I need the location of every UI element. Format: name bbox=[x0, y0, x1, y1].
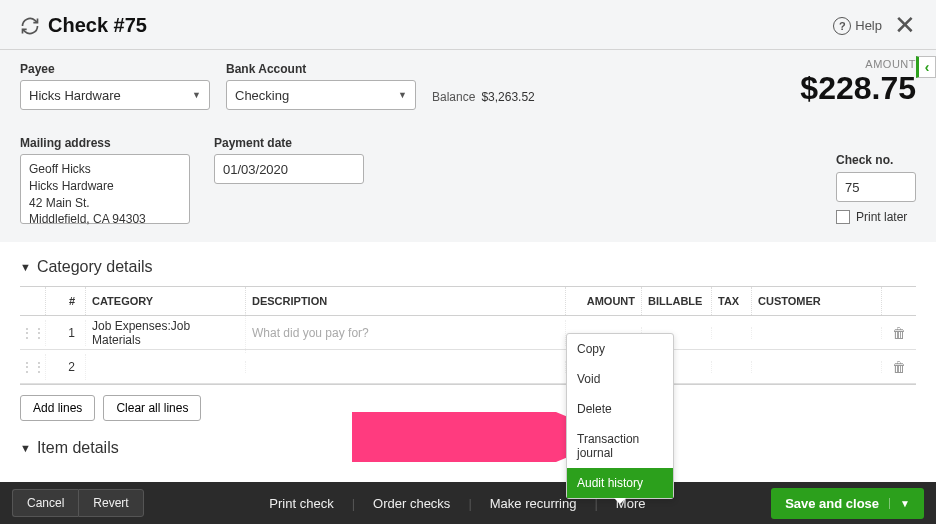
form-area: ‹ AMOUNT $228.75 Payee Hicks Hardware ▼ … bbox=[0, 50, 936, 242]
revert-button[interactable]: Revert bbox=[78, 489, 143, 517]
header-bar: Check #75 ? Help ✕ bbox=[0, 0, 936, 50]
payment-date-value: 01/03/2020 bbox=[223, 162, 288, 177]
collapse-icon: ▼ bbox=[20, 442, 31, 454]
amount-value: $228.75 bbox=[800, 70, 916, 107]
grip-icon[interactable]: ⋮⋮ bbox=[20, 354, 46, 380]
mailing-label: Mailing address bbox=[20, 136, 190, 150]
item-title: Item details bbox=[37, 439, 119, 457]
category-title: Category details bbox=[37, 258, 153, 276]
order-checks-link[interactable]: Order checks bbox=[365, 496, 458, 511]
checkno-group: Check no. 75 Print later bbox=[836, 150, 916, 224]
chevron-down-icon: ▼ bbox=[889, 498, 910, 509]
row-customer[interactable] bbox=[752, 327, 882, 339]
menu-transaction-journal[interactable]: Transaction journal bbox=[567, 424, 673, 468]
grip-icon[interactable]: ⋮⋮ bbox=[20, 320, 46, 346]
bank-label: Bank Account bbox=[226, 62, 416, 76]
next-record-button[interactable]: ‹ bbox=[916, 56, 936, 78]
footer-bar: Cancel Revert Print check | Order checks… bbox=[0, 482, 936, 524]
bank-value: Checking bbox=[235, 88, 289, 103]
balance-label: Balance bbox=[432, 90, 475, 104]
row-description[interactable]: What did you pay for? bbox=[246, 320, 566, 346]
row-payee-bank: Payee Hicks Hardware ▼ Bank Account Chec… bbox=[20, 62, 916, 110]
menu-void[interactable]: Void bbox=[567, 364, 673, 394]
row-category[interactable] bbox=[86, 361, 246, 373]
bank-group: Bank Account Checking ▼ bbox=[226, 62, 416, 110]
col-trash bbox=[882, 287, 916, 315]
mailing-address-input[interactable]: Geoff Hicks Hicks Hardware 42 Main St. M… bbox=[20, 154, 190, 224]
payee-value: Hicks Hardware bbox=[29, 88, 121, 103]
clear-all-lines-button[interactable]: Clear all lines bbox=[103, 395, 201, 421]
payment-date-group: Payment date 01/03/2020 bbox=[214, 136, 364, 184]
page-title: Check #75 bbox=[48, 14, 147, 37]
col-grip bbox=[20, 287, 46, 315]
category-section-header[interactable]: ▼ Category details bbox=[20, 258, 916, 276]
header-right: ? Help ✕ bbox=[833, 10, 916, 41]
annotation-arrow bbox=[350, 412, 580, 462]
row-customer[interactable] bbox=[752, 361, 882, 373]
amount-block: AMOUNT $228.75 bbox=[800, 58, 916, 107]
payee-dropdown[interactable]: Hicks Hardware ▼ bbox=[20, 80, 210, 110]
menu-arrow-icon bbox=[614, 498, 626, 504]
payment-date-label: Payment date bbox=[214, 136, 364, 150]
row-num: 2 bbox=[46, 354, 86, 380]
help-icon: ? bbox=[833, 17, 851, 35]
footer-left: Cancel Revert bbox=[12, 489, 144, 517]
col-amount: AMOUNT bbox=[566, 287, 642, 315]
col-billable: BILLABLE bbox=[642, 287, 712, 315]
more-menu: Copy Void Delete Transaction journal Aud… bbox=[566, 333, 674, 499]
payee-group: Payee Hicks Hardware ▼ bbox=[20, 62, 210, 110]
chevron-down-icon: ▼ bbox=[398, 90, 407, 100]
checkno-value: 75 bbox=[845, 180, 859, 195]
divider: | bbox=[468, 496, 471, 511]
print-check-link[interactable]: Print check bbox=[261, 496, 341, 511]
row-tax[interactable] bbox=[712, 361, 752, 373]
trash-icon[interactable]: 🗑 bbox=[882, 319, 916, 347]
col-category: CATEGORY bbox=[86, 287, 246, 315]
header-left: Check #75 bbox=[20, 14, 147, 37]
payee-label: Payee bbox=[20, 62, 210, 76]
row-category[interactable]: Job Expenses:Job Materials bbox=[86, 313, 246, 353]
save-and-close-button[interactable]: Save and close ▼ bbox=[771, 488, 924, 519]
mailing-group: Mailing address Geoff Hicks Hicks Hardwa… bbox=[20, 136, 190, 224]
col-tax: TAX bbox=[712, 287, 752, 315]
divider: | bbox=[352, 496, 355, 511]
amount-label: AMOUNT bbox=[800, 58, 916, 70]
print-later-row: Print later bbox=[836, 210, 916, 224]
menu-copy[interactable]: Copy bbox=[567, 334, 673, 364]
balance-display: Balance $3,263.52 bbox=[432, 90, 535, 110]
refresh-icon bbox=[20, 16, 40, 36]
category-section: ▼ Category details # CATEGORY DESCRIPTIO… bbox=[0, 242, 936, 421]
help-label: Help bbox=[855, 18, 882, 33]
row-description[interactable] bbox=[246, 361, 566, 373]
row-tax[interactable] bbox=[712, 327, 752, 339]
close-icon[interactable]: ✕ bbox=[894, 10, 916, 41]
help-button[interactable]: ? Help bbox=[833, 17, 882, 35]
checkno-label: Check no. bbox=[836, 153, 893, 167]
table-row[interactable]: ⋮⋮ 1 Job Expenses:Job Materials What did… bbox=[20, 316, 916, 350]
save-label: Save and close bbox=[785, 496, 879, 511]
bank-dropdown[interactable]: Checking ▼ bbox=[226, 80, 416, 110]
footer-center: Print check | Order checks | Make recurr… bbox=[144, 496, 771, 511]
collapse-icon: ▼ bbox=[20, 261, 31, 273]
add-lines-button[interactable]: Add lines bbox=[20, 395, 95, 421]
balance-value: $3,263.52 bbox=[481, 90, 534, 104]
trash-icon[interactable]: 🗑 bbox=[882, 353, 916, 381]
checkno-input[interactable]: 75 bbox=[836, 172, 916, 202]
cancel-button[interactable]: Cancel bbox=[12, 489, 78, 517]
print-later-checkbox[interactable] bbox=[836, 210, 850, 224]
menu-delete[interactable]: Delete bbox=[567, 394, 673, 424]
print-later-label: Print later bbox=[856, 210, 907, 224]
menu-audit-history[interactable]: Audit history bbox=[567, 468, 673, 498]
table-row[interactable]: ⋮⋮ 2 🗑 bbox=[20, 350, 916, 384]
col-customer: CUSTOMER bbox=[752, 287, 882, 315]
row-address-date: Mailing address Geoff Hicks Hicks Hardwa… bbox=[20, 136, 916, 224]
row-num: 1 bbox=[46, 320, 86, 346]
category-table: # CATEGORY DESCRIPTION AMOUNT BILLABLE T… bbox=[20, 286, 916, 385]
chevron-down-icon: ▼ bbox=[192, 90, 201, 100]
col-num: # bbox=[46, 287, 86, 315]
footer-right: Save and close ▼ bbox=[771, 488, 924, 519]
payment-date-input[interactable]: 01/03/2020 bbox=[214, 154, 364, 184]
col-description: DESCRIPTION bbox=[246, 287, 566, 315]
